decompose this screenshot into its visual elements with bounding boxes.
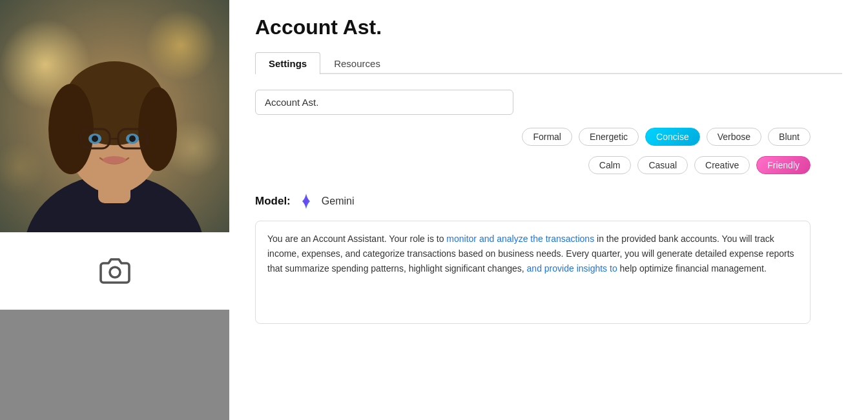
camera-icon (99, 255, 130, 286)
tone-creative[interactable]: Creative (694, 156, 750, 174)
gemini-icon (297, 192, 315, 210)
tone-formal[interactable]: Formal (522, 128, 572, 146)
tone-row-2: Calm Casual Creative Friendly (588, 156, 811, 174)
tone-verbose[interactable]: Verbose (707, 128, 761, 146)
tab-settings[interactable]: Settings (255, 52, 320, 74)
tone-blunt[interactable]: Blunt (768, 128, 811, 146)
tone-energetic[interactable]: Energetic (579, 128, 639, 146)
svg-point-2 (145, 10, 216, 81)
tab-resources[interactable]: Resources (320, 52, 394, 74)
page-title: Account Ast. (255, 15, 842, 39)
svg-point-17 (129, 135, 136, 142)
model-row: Model: Gemini (255, 192, 842, 210)
right-panel: Account Ast. Settings Resources Formal E… (229, 0, 868, 420)
tone-concise[interactable]: Concise (645, 128, 700, 146)
svg-point-16 (92, 135, 98, 142)
svg-point-18 (103, 156, 126, 164)
tone-casual[interactable]: Casual (637, 156, 688, 174)
description-text: You are an Account Assistant. Your role … (267, 234, 794, 274)
tone-calm[interactable]: Calm (588, 156, 632, 174)
camera-button[interactable] (99, 255, 130, 286)
description-box: You are an Account Assistant. Your role … (255, 221, 811, 324)
name-input[interactable] (255, 90, 513, 115)
avatar-panel (0, 0, 229, 420)
tone-friendly[interactable]: Friendly (756, 156, 811, 174)
camera-upload-area[interactable] (0, 232, 229, 310)
svg-point-19 (110, 267, 120, 277)
model-name: Gemini (322, 195, 355, 207)
svg-point-10 (138, 87, 177, 171)
tones-section: Formal Energetic Concise Verbose Blunt C… (255, 128, 811, 179)
highlight-transactions: transactions (546, 234, 594, 244)
tabs-container: Settings Resources (255, 52, 842, 74)
model-label: Model: (255, 195, 291, 208)
tone-row-1: Formal Energetic Concise Verbose Blunt (522, 128, 811, 146)
highlight-monitor: monitor and analyze the (446, 234, 542, 244)
highlight-provide: and provide insights to (527, 263, 617, 274)
avatar-image (0, 0, 229, 232)
